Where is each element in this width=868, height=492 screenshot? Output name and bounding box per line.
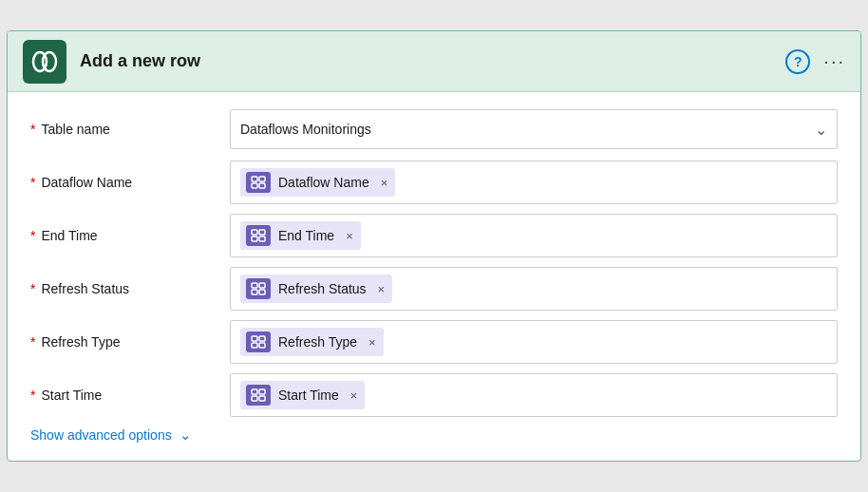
svg-rect-7 (259, 230, 265, 235)
required-asterisk: * (30, 334, 35, 350)
token-close-refresh-type[interactable]: × (368, 335, 376, 350)
label-text-dataflow-name: Dataflow Name (41, 175, 132, 190)
page-title: Add a new row (80, 51, 785, 71)
required-asterisk: * (30, 388, 35, 403)
form-row-refresh-type: * Refresh Type Refresh Type × (30, 320, 838, 364)
form-row-refresh-status: * Refresh Status Refresh Status × (30, 267, 838, 311)
token-close-start-time[interactable]: × (350, 388, 358, 403)
token-icon-dataflow-name (246, 172, 271, 193)
label-dataflow-name: * Dataflow Name (30, 175, 230, 190)
token-refresh-type: Refresh Type × (240, 328, 384, 356)
token-icon-refresh-status (246, 278, 271, 299)
required-asterisk: * (30, 228, 35, 243)
label-text-end-time: End Time (41, 228, 97, 243)
field-refresh-status[interactable]: Refresh Status × (230, 267, 838, 311)
field-start-time[interactable]: Start Time × (230, 373, 838, 417)
label-refresh-status: * Refresh Status (30, 281, 230, 296)
token-icon-end-time (246, 225, 271, 246)
svg-rect-6 (252, 230, 257, 235)
form-row-dataflow-name: * Dataflow Name Dataflow Name × (30, 161, 838, 204)
app-logo (23, 40, 66, 84)
show-advanced-options[interactable]: Show advanced options ⌄ (30, 426, 838, 444)
token-close-refresh-status[interactable]: × (378, 282, 386, 296)
label-text-start-time: Start Time (41, 388, 102, 403)
label-end-time: * End Time (30, 228, 230, 243)
header: Add a new row ? ··· (8, 31, 860, 92)
svg-rect-11 (259, 283, 265, 288)
label-refresh-type: * Refresh Type (30, 334, 230, 350)
more-button[interactable]: ··· (823, 50, 845, 72)
token-label-end-time: End Time (278, 228, 334, 243)
token-label-refresh-type: Refresh Type (278, 334, 357, 350)
form-body: * Table name Dataflows Monitorings ⌄ * D… (8, 92, 860, 461)
svg-rect-20 (252, 396, 257, 401)
svg-rect-19 (259, 389, 265, 394)
svg-rect-13 (259, 290, 265, 294)
header-actions: ? ··· (785, 49, 845, 74)
select-table-name[interactable]: Dataflows Monitorings ⌄ (230, 109, 838, 149)
card: Add a new row ? ··· * Table name Dataflo… (7, 30, 861, 462)
label-start-time: * Start Time (30, 388, 230, 403)
form-row-table-name: * Table name Dataflows Monitorings ⌄ (30, 107, 838, 151)
svg-rect-17 (259, 343, 265, 348)
label-table-name: * Table name (30, 122, 230, 137)
required-asterisk: * (30, 122, 35, 137)
form-row-end-time: * End Time End Time × (30, 214, 838, 257)
help-button[interactable]: ? (785, 49, 810, 74)
svg-point-1 (43, 52, 56, 71)
token-dataflow-name: Dataflow Name × (240, 168, 395, 197)
label-text-refresh-status: Refresh Status (41, 281, 129, 296)
token-start-time: Start Time × (240, 381, 365, 409)
select-value-table-name: Dataflows Monitorings (240, 122, 371, 137)
svg-rect-10 (252, 283, 257, 288)
token-icon-start-time (246, 385, 271, 406)
chevron-down-icon: ⌄ (815, 121, 827, 139)
svg-rect-15 (259, 336, 265, 341)
svg-rect-2 (252, 177, 257, 181)
label-text-table-name: Table name (41, 122, 109, 137)
token-refresh-status: Refresh Status × (240, 274, 392, 303)
svg-rect-14 (252, 336, 257, 341)
svg-rect-12 (252, 290, 257, 294)
chevron-down-icon: ⌄ (179, 426, 192, 444)
svg-rect-8 (252, 237, 257, 241)
label-text-refresh-type: Refresh Type (41, 334, 120, 350)
svg-rect-5 (259, 183, 265, 188)
required-asterisk: * (30, 281, 35, 296)
svg-rect-18 (252, 389, 257, 394)
token-close-dataflow-name[interactable]: × (381, 176, 388, 190)
token-label-dataflow-name: Dataflow Name (278, 175, 369, 190)
svg-rect-3 (259, 177, 265, 181)
token-label-refresh-status: Refresh Status (278, 281, 367, 296)
token-label-start-time: Start Time (278, 388, 339, 403)
form-row-start-time: * Start Time Start Time × (30, 373, 838, 417)
token-close-end-time[interactable]: × (346, 229, 353, 243)
token-end-time: End Time × (240, 221, 361, 250)
show-advanced-label: Show advanced options (30, 427, 172, 443)
token-icon-refresh-type (246, 331, 271, 352)
svg-rect-16 (252, 343, 257, 348)
required-asterisk: * (30, 175, 35, 190)
field-end-time[interactable]: End Time × (230, 214, 838, 257)
svg-rect-21 (259, 396, 265, 401)
field-dataflow-name[interactable]: Dataflow Name × (230, 161, 838, 204)
field-refresh-type[interactable]: Refresh Type × (230, 320, 838, 364)
svg-rect-4 (252, 183, 257, 188)
svg-rect-9 (259, 237, 265, 241)
